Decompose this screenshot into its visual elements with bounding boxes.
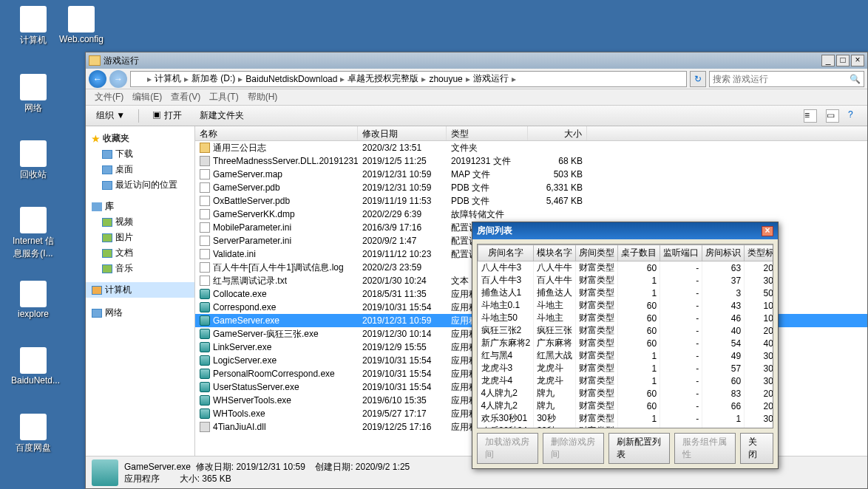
load-room-button[interactable]: 加载游戏房间 <box>477 433 538 464</box>
sidebar-item[interactable]: 音乐 <box>86 261 194 276</box>
open-button[interactable]: ▣ 打开 <box>148 108 186 123</box>
desktop-icon[interactable]: BaiduNetd... <box>11 347 55 386</box>
menubar: 文件(F)编辑(E)查看(V)工具(T)帮助(H) <box>86 89 867 106</box>
menu-item[interactable]: 工具(T) <box>206 91 241 103</box>
desktop-icon[interactable]: 网络 <box>11 74 55 114</box>
sidebar-item[interactable]: 最近访问的位置 <box>86 177 194 193</box>
desktop-icon[interactable]: Web.config <box>59 6 104 44</box>
grid-row[interactable]: 红与黑4红黑大战财富类型1-493010 <box>478 349 774 362</box>
newfolder-button[interactable]: 新建文件夹 <box>195 108 248 123</box>
grid-col-header[interactable]: 桌子数目 <box>618 245 660 261</box>
sidebar-item[interactable]: 视频 <box>86 214 194 230</box>
grid-row[interactable]: 新广东麻将2广东麻将财富类型60-544010 <box>478 337 774 349</box>
grid-row[interactable]: 欢乐30秒0130秒财富类型1-13010 <box>478 412 774 425</box>
grid-header: 房间名字模块名字房间类型桌子数目监听端口房间标识类型标识 <box>478 245 774 261</box>
sidebar-item[interactable]: 桌面 <box>86 162 194 177</box>
sidebar-item[interactable]: 图片 <box>86 230 194 245</box>
close-dialog-button[interactable]: 关 闭 <box>740 433 773 464</box>
sidebar-item[interactable]: 下载 <box>86 146 194 162</box>
breadcrumb[interactable]: ▸计算机▸新加卷 (D:)▸BaiduNetdiskDownload▸卓越无授权… <box>130 71 687 87</box>
desktop-icon[interactable]: 回收站 <box>11 140 55 181</box>
file-row[interactable]: ThreeMadnessServer.DLL.201912312019/12/5… <box>195 154 867 168</box>
room-grid[interactable]: 房间名字模块名字房间类型桌子数目监听端口房间标识类型标识八人牛牛3八人牛牛财富类… <box>477 244 773 428</box>
crumb-item[interactable]: 新加卷 (D:) <box>191 72 235 85</box>
search-input[interactable] <box>713 74 847 84</box>
desktop-icon[interactable]: iexplore <box>11 281 55 319</box>
grid-col-header[interactable]: 监听端口 <box>660 245 702 261</box>
sidebar-computer[interactable]: 计算机 <box>86 282 194 298</box>
menu-item[interactable]: 查看(V) <box>168 91 203 103</box>
dialog-title: 房间列表 <box>477 225 762 237</box>
grid-col-header[interactable]: 模块名字 <box>534 245 576 261</box>
preview-button[interactable]: ▭ <box>826 109 839 123</box>
sidebar-item[interactable]: 文档 <box>86 245 194 261</box>
maximize-button[interactable]: □ <box>836 55 850 66</box>
file-row[interactable]: 通用三公日志2020/3/2 13:51文件夹 <box>195 141 867 154</box>
grid-row[interactable]: 龙虎斗3龙虎斗财富类型1-573010 <box>478 362 774 375</box>
desktop-icon[interactable]: Internet 信息服务(I... <box>11 207 55 260</box>
file-type-icon <box>92 459 118 486</box>
room-list-dialog: 房间列表 × 房间名字模块名字房间类型桌子数目监听端口房间标识类型标识八人牛牛3… <box>472 222 779 469</box>
file-header: 名称修改日期类型大小 <box>195 126 867 141</box>
search-icon[interactable]: 🔍 <box>850 74 861 84</box>
nav-row: ← → ▸计算机▸新加卷 (D:)▸BaiduNetdiskDownload▸卓… <box>86 69 867 89</box>
organize-button[interactable]: 组织 ▼ <box>92 108 129 123</box>
grid-row[interactable]: 疯狂三张2疯狂三张财富类型60-402010 <box>478 324 774 337</box>
view-button[interactable]: ≡ <box>804 109 817 123</box>
folder-icon <box>89 55 101 66</box>
crumb-item[interactable]: BaiduNetdiskDownload <box>245 74 337 84</box>
menu-item[interactable]: 帮助(H) <box>245 91 281 103</box>
grid-col-header[interactable]: 类型标识 <box>745 245 773 261</box>
grid-col-header[interactable]: 房间标识 <box>702 245 745 261</box>
file-row[interactable]: OxBattleServer.pdb2019/11/19 11:53PDB 文件… <box>195 194 867 208</box>
dialog-titlebar[interactable]: 房间列表 × <box>472 222 778 239</box>
column-header[interactable]: 名称 <box>195 126 358 140</box>
column-header[interactable]: 类型 <box>447 126 528 140</box>
help-icon[interactable]: ? <box>848 109 861 123</box>
grid-col-header[interactable]: 房间名字 <box>478 245 534 261</box>
grid-row[interactable]: 斗地主50斗地主财富类型60-461010 <box>478 312 774 324</box>
back-button[interactable]: ← <box>89 70 106 88</box>
search-box[interactable]: 🔍 <box>709 71 864 87</box>
grid-row[interactable]: 捕鱼达人1捕鱼达人财富类型1-35020 <box>478 287 774 299</box>
dialog-close-button[interactable]: × <box>762 226 773 236</box>
grid-row[interactable]: 斗地主0.1斗地主财富类型60-431010 <box>478 299 774 312</box>
grid-row[interactable]: 百人牛牛3百人牛牛财富类型1-373010 <box>478 274 774 287</box>
desktop-icon[interactable]: 计算机 <box>11 6 55 47</box>
grid-row[interactable]: 八人牛牛3八人牛牛财富类型60-632010 <box>478 261 774 275</box>
toolbar: 组织 ▼ ▣ 打开 新建文件夹 ≡ ▭ ? <box>86 106 867 126</box>
column-header[interactable]: 大小 <box>528 126 587 140</box>
grid-row[interactable]: 4人牌九2牌九财富类型60-832010 <box>478 387 774 400</box>
grid-row[interactable]: 龙虎斗4龙虎斗财富类型1-603010 <box>478 375 774 387</box>
crumb-item[interactable]: 游戏运行 <box>473 72 509 85</box>
grid-body: 八人牛牛3八人牛牛财富类型60-632010百人牛牛3百人牛牛财富类型1-373… <box>478 261 774 429</box>
forward-button[interactable]: → <box>109 70 127 88</box>
crumb-item[interactable]: zhouyue <box>429 74 462 84</box>
window-title: 游戏运行 <box>104 55 818 67</box>
crumb-item[interactable]: 卓越无授权完整版 <box>347 72 418 85</box>
refresh-config-button[interactable]: 刷新配置列表 <box>608 433 670 464</box>
sidebar-network[interactable]: 网络 <box>86 305 194 321</box>
titlebar[interactable]: 游戏运行 _ □ × <box>86 52 867 69</box>
column-header[interactable]: 修改日期 <box>358 126 447 140</box>
desktop-icon[interactable]: 百度网盘 <box>11 414 55 454</box>
menu-item[interactable]: 编辑(E) <box>129 91 165 103</box>
service-prop-button[interactable]: 服务组件属性 <box>674 433 736 464</box>
file-row[interactable]: GameServer.pdb2019/12/31 10:59PDB 文件6,33… <box>195 181 867 194</box>
close-button[interactable]: × <box>851 55 864 66</box>
file-row[interactable]: GameServerKK.dmp2020/2/29 6:39故障转储文件 <box>195 208 867 221</box>
file-row[interactable]: GameServer.map2019/12/31 10:59MAP 文件503 … <box>195 168 867 181</box>
menu-item[interactable]: 文件(F) <box>92 91 126 103</box>
crumb-item[interactable]: 计算机 <box>155 72 181 85</box>
minimize-button[interactable]: _ <box>821 55 835 66</box>
delete-room-button[interactable]: 删除游戏房间 <box>543 433 604 464</box>
grid-row[interactable]: 4人牌九2牌九财富类型60-662010 <box>478 400 774 412</box>
sidebar: ★收藏夹下载桌面最近访问的位置库视频图片文档音乐计算机网络 <box>86 126 195 456</box>
grid-col-header[interactable]: 房间类型 <box>576 245 618 261</box>
refresh-button[interactable]: ↻ <box>690 71 706 87</box>
